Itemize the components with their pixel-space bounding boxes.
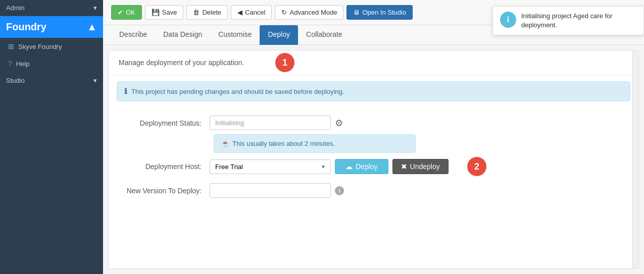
main-content: ✔ OK 💾 Save 🗑 Delete ◀ Cancel ↻ Advanced… bbox=[103, 0, 644, 274]
advanced-mode-button[interactable]: ↻ Advanced Mode bbox=[275, 5, 343, 20]
new-version-row: New Version To Deploy: i bbox=[119, 183, 628, 198]
tab-customise[interactable]: Customise bbox=[210, 25, 260, 45]
pending-changes-alert: ℹ This project has pending changes and s… bbox=[117, 81, 630, 101]
form-section: Deployment Status: ⚙ ☕ This usually take… bbox=[109, 107, 638, 215]
deployment-host-row: Deployment Host: Free Trial Production S… bbox=[119, 159, 628, 174]
deployment-host-select-wrapper: Free Trial Production Staging bbox=[210, 159, 331, 174]
ok-checkmark-icon: ✔ bbox=[118, 9, 123, 16]
help-icon: ? bbox=[8, 60, 12, 68]
sidebar-foundry-label: Foundry bbox=[6, 21, 46, 33]
sidebar-item-help[interactable]: ? Help bbox=[0, 55, 103, 72]
notification-popup: i Initialising project Aged care for dep… bbox=[492, 6, 644, 35]
deployment-status-row: Deployment Status: ⚙ bbox=[119, 116, 628, 130]
new-version-input[interactable] bbox=[210, 183, 331, 198]
new-version-input-group: i bbox=[210, 183, 344, 198]
time-notice-row: ☕ This usually takes about 2 minutes. bbox=[210, 134, 628, 153]
time-notice-icon: ☕ bbox=[221, 140, 229, 147]
delete-button[interactable]: 🗑 Delete bbox=[186, 5, 228, 20]
save-button[interactable]: 💾 Save bbox=[145, 5, 184, 20]
deployment-host-label: Deployment Host: bbox=[119, 162, 210, 171]
deployment-host-select[interactable]: Free Trial Production Staging bbox=[210, 159, 331, 174]
sidebar-studio-menu[interactable]: Studio ▾ bbox=[0, 72, 103, 89]
advanced-mode-icon: ↻ bbox=[281, 9, 287, 16]
sidebar-studio-label: Studio bbox=[6, 77, 25, 84]
gear-icon[interactable]: ⚙ bbox=[335, 118, 343, 129]
open-in-studio-icon: 🖥 bbox=[353, 9, 360, 16]
ok-button[interactable]: ✔ OK bbox=[111, 5, 142, 20]
toolbar: ✔ OK 💾 Save 🗑 Delete ◀ Cancel ↻ Advanced… bbox=[103, 0, 644, 25]
tab-deploy[interactable]: Deploy bbox=[260, 25, 298, 45]
ok-label: OK bbox=[126, 9, 135, 16]
undeploy-button[interactable]: ✖ Undeploy bbox=[392, 159, 449, 174]
deployment-status-input[interactable] bbox=[210, 116, 331, 130]
new-version-label: New Version To Deploy: bbox=[119, 187, 210, 195]
alert-info-text: This project has pending changes and sho… bbox=[131, 88, 344, 95]
sidebar-skyve-foundry-label: Skyve Foundry bbox=[18, 43, 62, 50]
content-panel: Manage deployment of your application. 1… bbox=[108, 50, 639, 269]
deploy-label: Deploy bbox=[356, 162, 378, 171]
advanced-mode-label: Advanced Mode bbox=[289, 9, 337, 16]
sidebar-admin-label: Admin bbox=[6, 4, 25, 12]
time-notice-text: This usually takes about 2 minutes. bbox=[232, 140, 335, 147]
delete-label: Delete bbox=[202, 9, 221, 16]
sidebar: Admin ▾ Foundry ▲ ⊞ Skyve Foundry ? Help… bbox=[0, 0, 103, 274]
deploy-button[interactable]: ☁ Deploy bbox=[335, 159, 388, 174]
save-label: Save bbox=[162, 9, 177, 16]
sidebar-foundry-chevron: ▲ bbox=[87, 21, 97, 33]
tab-describe[interactable]: Describe bbox=[111, 25, 155, 45]
undeploy-label: Undeploy bbox=[410, 162, 440, 171]
info-icon[interactable]: i bbox=[335, 186, 344, 195]
sidebar-foundry-item[interactable]: Foundry ▲ bbox=[0, 16, 103, 38]
badge-2: 2 bbox=[467, 157, 486, 176]
tab-data-design[interactable]: Data Design bbox=[155, 25, 210, 45]
x-icon: ✖ bbox=[401, 162, 407, 171]
sidebar-admin-menu[interactable]: Admin ▾ bbox=[0, 0, 103, 16]
cancel-label: Cancel bbox=[245, 9, 265, 16]
sidebar-studio-chevron: ▾ bbox=[93, 77, 97, 84]
delete-icon: 🗑 bbox=[193, 9, 200, 16]
cancel-arrow-icon: ◀ bbox=[237, 9, 242, 16]
sidebar-admin-chevron: ▾ bbox=[93, 4, 97, 12]
tab-collaborate[interactable]: Collaborate bbox=[298, 25, 351, 45]
content-description: Manage deployment of your application. 1 bbox=[109, 50, 638, 75]
scrollbar[interactable] bbox=[632, 50, 638, 268]
open-in-studio-button[interactable]: 🖥 Open In Studio bbox=[346, 5, 413, 20]
grid-icon: ⊞ bbox=[8, 42, 14, 50]
open-in-studio-label: Open In Studio bbox=[362, 9, 406, 16]
deployment-status-label: Deployment Status: bbox=[119, 119, 210, 127]
deploy-action-group: Free Trial Production Staging ☁ Deploy ✖… bbox=[210, 159, 449, 174]
cancel-button[interactable]: ◀ Cancel bbox=[231, 5, 272, 20]
alert-info-icon: ℹ bbox=[124, 87, 127, 96]
notification-text: Initialising project Aged care for deplo… bbox=[521, 12, 636, 30]
badge-1: 1 bbox=[275, 53, 294, 72]
sidebar-help-label: Help bbox=[16, 60, 30, 68]
save-icon: 💾 bbox=[152, 9, 160, 16]
deployment-status-control-group: ⚙ bbox=[210, 116, 343, 130]
notification-icon: i bbox=[500, 12, 516, 28]
sidebar-item-skyve-foundry[interactable]: ⊞ Skyve Foundry bbox=[0, 38, 103, 55]
description-text: Manage deployment of your application. bbox=[119, 59, 244, 67]
time-notice: ☕ This usually takes about 2 minutes. bbox=[214, 134, 416, 153]
cloud-icon: ☁ bbox=[345, 162, 353, 171]
